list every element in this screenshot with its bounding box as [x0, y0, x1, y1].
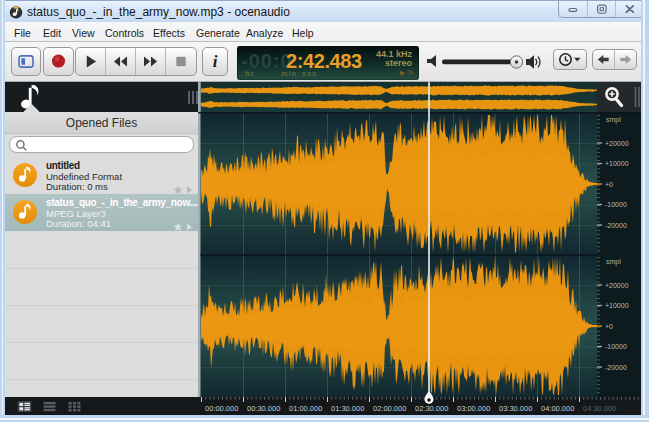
svg-text:+10000: +10000	[605, 302, 629, 309]
svg-text:00:00.000: 00:00.000	[205, 404, 238, 413]
svg-text:-10000: -10000	[605, 343, 627, 350]
svg-text:+20000: +20000	[605, 140, 629, 147]
svg-text:-20000: -20000	[605, 222, 627, 229]
svg-text:+10000: +10000	[605, 160, 629, 167]
svg-text:01:30.000: 01:30.000	[331, 404, 364, 413]
svg-text:01:00.000: 01:00.000	[289, 404, 322, 413]
svg-text:03:00.000: 03:00.000	[457, 404, 490, 413]
svg-text:smpl: smpl	[606, 258, 621, 266]
svg-text:02:30.000: 02:30.000	[415, 404, 448, 413]
svg-text:+0: +0	[605, 181, 613, 188]
svg-text:-10000: -10000	[605, 201, 627, 208]
svg-text:04:00.000: 04:00.000	[541, 404, 574, 413]
svg-text:+20000: +20000	[605, 282, 629, 289]
svg-text:02:00.000: 02:00.000	[373, 404, 406, 413]
svg-text:04:30.000: 04:30.000	[583, 404, 616, 413]
svg-text:+0: +0	[605, 323, 613, 330]
svg-text:03:30.000: 03:30.000	[499, 404, 532, 413]
svg-text:-20000: -20000	[605, 364, 627, 371]
svg-text:00:30.000: 00:30.000	[247, 404, 280, 413]
svg-text:smpl: smpl	[606, 116, 621, 124]
